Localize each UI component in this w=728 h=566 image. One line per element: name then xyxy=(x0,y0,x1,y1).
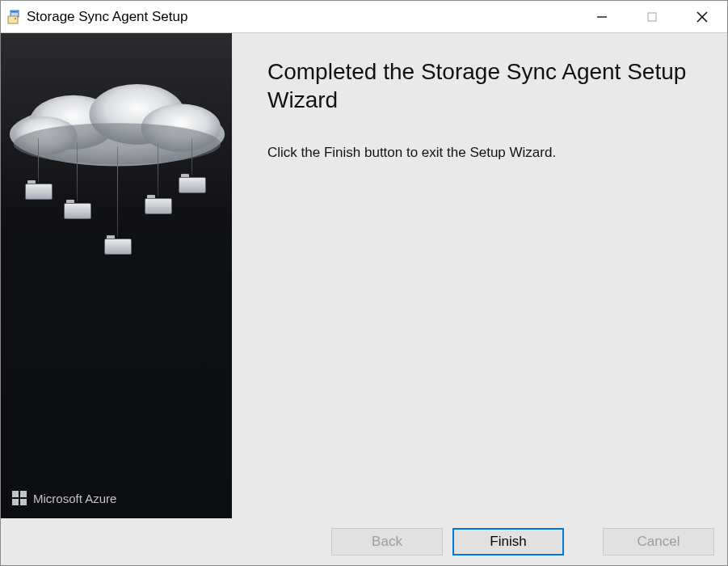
svg-rect-1 xyxy=(11,11,18,13)
page-heading: Completed the Storage Sync Agent Setup W… xyxy=(267,57,703,114)
titlebar: Storage Sync Agent Setup xyxy=(1,1,727,33)
main-panel: Completed the Storage Sync Agent Setup W… xyxy=(232,33,727,518)
page-body-text: Click the Finish button to exit the Setu… xyxy=(267,143,703,163)
windows-logo-icon xyxy=(12,491,27,505)
content-area: Microsoft Azure Completed the Storage Sy… xyxy=(1,33,727,518)
back-button: Back xyxy=(331,528,443,555)
svg-rect-2 xyxy=(8,16,18,23)
cancel-button: Cancel xyxy=(603,528,714,555)
banner-footer-label: Microsoft Azure xyxy=(33,492,116,505)
banner-image: Microsoft Azure xyxy=(1,33,232,518)
close-button[interactable] xyxy=(677,1,727,32)
button-row: Back Finish Cancel xyxy=(1,518,727,565)
window-controls xyxy=(577,1,727,32)
maximize-button xyxy=(627,1,677,32)
svg-rect-5 xyxy=(648,13,656,21)
finish-button[interactable]: Finish xyxy=(452,528,564,555)
svg-rect-3 xyxy=(15,18,16,19)
minimize-button[interactable] xyxy=(577,1,627,32)
window-title: Storage Sync Agent Setup xyxy=(27,9,577,25)
installer-icon xyxy=(6,9,22,25)
cloud-folder-diagram xyxy=(17,138,217,284)
banner-footer: Microsoft Azure xyxy=(12,491,116,505)
